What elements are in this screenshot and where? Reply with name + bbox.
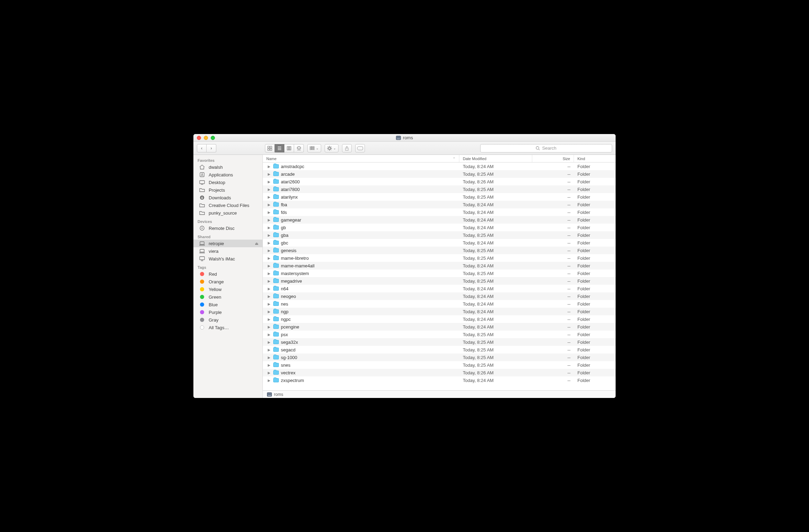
table-row[interactable]: ▶gamegearToday, 8:24 AM--Folder (263, 216, 616, 224)
eject-icon[interactable]: ⏏ (255, 241, 258, 246)
search-field[interactable]: Search (480, 144, 612, 152)
table-row[interactable]: ▶atari2600Today, 8:26 AM--Folder (263, 178, 616, 185)
sidebar-item-all-tags-[interactable]: All Tags… (193, 324, 262, 331)
path-bar[interactable]: roms (263, 390, 616, 398)
table-row[interactable]: ▶gbcToday, 8:24 AM--Folder (263, 239, 616, 247)
sidebar[interactable]: FavoritesdwalshAApplicationsDesktopProje… (193, 155, 263, 398)
table-row[interactable]: ▶snesToday, 8:25 AM--Folder (263, 361, 616, 369)
disclosure-triangle-icon[interactable]: ▶ (268, 302, 271, 306)
table-row[interactable]: ▶megadriveToday, 8:25 AM--Folder (263, 277, 616, 285)
column-name[interactable]: Name ⌃ (263, 155, 459, 162)
column-view-button[interactable] (284, 144, 294, 152)
titlebar[interactable]: roms (193, 134, 616, 142)
action-button[interactable]: ⌄ (325, 144, 339, 152)
disclosure-triangle-icon[interactable]: ▶ (268, 371, 271, 375)
disclosure-triangle-icon[interactable]: ▶ (268, 203, 271, 207)
table-row[interactable]: ▶atarilynxToday, 8:25 AM--Folder (263, 193, 616, 201)
disclosure-triangle-icon[interactable]: ▶ (268, 272, 271, 275)
table-row[interactable]: ▶gbToday, 8:24 AM--Folder (263, 224, 616, 231)
table-row[interactable]: ▶atari7800Today, 8:25 AM--Folder (263, 185, 616, 193)
forward-button[interactable]: › (207, 144, 216, 152)
table-row[interactable]: ▶amstradcpcToday, 8:24 AM--Folder (263, 163, 616, 170)
sidebar-item-blue[interactable]: Blue (193, 301, 262, 308)
disclosure-triangle-icon[interactable]: ▶ (268, 264, 271, 268)
table-row[interactable]: ▶neogeoToday, 8:24 AM--Folder (263, 292, 616, 300)
arrange-button[interactable]: ⌄ (307, 144, 321, 152)
sidebar-item-green[interactable]: Green (193, 293, 262, 301)
disclosure-triangle-icon[interactable]: ▶ (268, 325, 271, 329)
table-row[interactable]: ▶arcadeToday, 8:25 AM--Folder (263, 170, 616, 178)
edit-tags-button[interactable] (355, 144, 365, 152)
file-rows[interactable]: ▶amstradcpcToday, 8:24 AM--Folder▶arcade… (263, 163, 616, 390)
table-row[interactable]: ▶n64Today, 8:24 AM--Folder (263, 285, 616, 292)
column-date[interactable]: Date Modified (459, 155, 532, 162)
disclosure-triangle-icon[interactable]: ▶ (268, 287, 271, 291)
sidebar-item-red[interactable]: Red (193, 270, 262, 278)
sidebar-item-creative-cloud-files[interactable]: Creative Cloud Files (193, 201, 262, 209)
list-view-button[interactable] (275, 144, 284, 152)
disclosure-triangle-icon[interactable]: ▶ (268, 256, 271, 260)
table-row[interactable]: ▶gbaToday, 8:25 AM--Folder (263, 231, 616, 239)
table-row[interactable]: ▶ngpcToday, 8:24 AM--Folder (263, 315, 616, 323)
sidebar-item-gray[interactable]: Gray (193, 316, 262, 324)
disclosure-triangle-icon[interactable]: ▶ (268, 279, 271, 283)
back-button[interactable]: ‹ (197, 144, 207, 152)
disclosure-triangle-icon[interactable]: ▶ (268, 363, 271, 367)
table-row[interactable]: ▶vectrexToday, 8:26 AM--Folder (263, 369, 616, 376)
disclosure-triangle-icon[interactable]: ▶ (268, 241, 271, 245)
zoom-button[interactable] (211, 136, 215, 140)
disclosure-triangle-icon[interactable]: ▶ (268, 249, 271, 252)
table-row[interactable]: ▶mame-libretroToday, 8:25 AM--Folder (263, 254, 616, 262)
table-row[interactable]: ▶sg-1000Today, 8:25 AM--Folder (263, 354, 616, 361)
close-button[interactable] (197, 136, 201, 140)
disclosure-triangle-icon[interactable]: ▶ (268, 218, 271, 222)
column-size[interactable]: Size (532, 155, 574, 162)
disclosure-triangle-icon[interactable]: ▶ (268, 340, 271, 344)
table-row[interactable]: ▶mastersystemToday, 8:25 AM--Folder (263, 269, 616, 277)
sidebar-item-desktop[interactable]: Desktop (193, 178, 262, 186)
table-row[interactable]: ▶fbaToday, 8:24 AM--Folder (263, 201, 616, 208)
table-row[interactable]: ▶mame-mame4allToday, 8:24 AM--Folder (263, 262, 616, 269)
sidebar-item-retropie[interactable]: retropie⏏ (193, 240, 262, 247)
table-row[interactable]: ▶psxToday, 8:25 AM--Folder (263, 331, 616, 338)
disclosure-triangle-icon[interactable]: ▶ (268, 210, 271, 214)
sidebar-item-remote-disc[interactable]: Remote Disc (193, 224, 262, 232)
disclosure-triangle-icon[interactable]: ▶ (268, 233, 271, 237)
minimize-button[interactable] (204, 136, 208, 140)
sidebar-item-applications[interactable]: AApplications (193, 171, 262, 178)
sidebar-item-walsh-s-imac[interactable]: Walsh's iMac (193, 255, 262, 263)
disclosure-triangle-icon[interactable]: ▶ (268, 356, 271, 359)
sidebar-item-downloads[interactable]: Downloads (193, 194, 262, 201)
table-row[interactable]: ▶zxspectrumToday, 8:24 AM--Folder (263, 376, 616, 384)
disclosure-triangle-icon[interactable]: ▶ (268, 195, 271, 199)
icon-view-button[interactable] (265, 144, 275, 152)
disclosure-triangle-icon[interactable]: ▶ (268, 379, 271, 382)
sidebar-item-punky-source[interactable]: punky_source (193, 209, 262, 217)
disclosure-triangle-icon[interactable]: ▶ (268, 317, 271, 321)
table-row[interactable]: ▶sega32xToday, 8:25 AM--Folder (263, 338, 616, 346)
table-row[interactable]: ▶ngpToday, 8:24 AM--Folder (263, 308, 616, 315)
sidebar-item-projects[interactable]: Projects (193, 186, 262, 194)
disclosure-triangle-icon[interactable]: ▶ (268, 172, 271, 176)
table-row[interactable]: ▶genesisToday, 8:25 AM--Folder (263, 247, 616, 254)
disclosure-triangle-icon[interactable]: ▶ (268, 188, 271, 191)
sidebar-item-purple[interactable]: Purple (193, 308, 262, 316)
disclosure-triangle-icon[interactable]: ▶ (268, 226, 271, 230)
table-row[interactable]: ▶segacdToday, 8:25 AM--Folder (263, 346, 616, 354)
disclosure-triangle-icon[interactable]: ▶ (268, 310, 271, 314)
disclosure-triangle-icon[interactable]: ▶ (268, 294, 271, 298)
disclosure-triangle-icon[interactable]: ▶ (268, 333, 271, 336)
sidebar-item-orange[interactable]: Orange (193, 278, 262, 285)
table-row[interactable]: ▶pcengineToday, 8:24 AM--Folder (263, 323, 616, 331)
column-kind[interactable]: Kind (574, 155, 616, 162)
sidebar-item-dwalsh[interactable]: dwalsh (193, 163, 262, 171)
coverflow-view-button[interactable] (294, 144, 304, 152)
share-button[interactable] (342, 144, 352, 152)
table-row[interactable]: ▶nesToday, 8:24 AM--Folder (263, 300, 616, 308)
sidebar-item-viera[interactable]: viera (193, 247, 262, 255)
sidebar-item-yellow[interactable]: Yellow (193, 285, 262, 293)
disclosure-triangle-icon[interactable]: ▶ (268, 348, 271, 352)
table-row[interactable]: ▶fdsToday, 8:24 AM--Folder (263, 208, 616, 216)
disclosure-triangle-icon[interactable]: ▶ (268, 165, 271, 168)
disclosure-triangle-icon[interactable]: ▶ (268, 180, 271, 184)
